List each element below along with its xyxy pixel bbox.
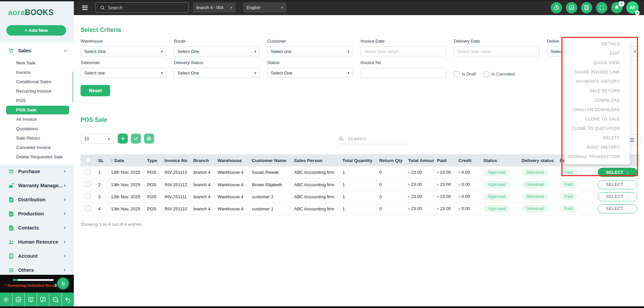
row-checkbox[interactable]	[85, 169, 91, 175]
row-select-button[interactable]: SELECT↓	[598, 192, 637, 201]
cell-sl: 4	[95, 203, 108, 215]
route-select[interactable]: Select One▾	[174, 46, 260, 56]
menu-item-quick-view[interactable]: QUICK VIEW	[564, 58, 630, 67]
salesman-select[interactable]: Select one▾	[81, 68, 166, 78]
warehouse-select[interactable]: Select One▾	[81, 46, 166, 56]
status-select[interactable]: Select One▾	[267, 68, 353, 78]
menu-item-download[interactable]: DOWNLOAD	[564, 96, 630, 105]
top-edge-strip	[0, 0, 644, 1]
cell-date: 13th Nov, 2025	[108, 203, 144, 215]
sidebar-section-distribution[interactable]: Distribution	[0, 193, 74, 207]
calculator-button[interactable]	[581, 2, 592, 13]
menu-item-edit[interactable]: EDIT	[564, 49, 630, 58]
menu-item-journal-transaction[interactable]: JOURNAL TRANSACTION	[564, 152, 630, 161]
checkbox-is-canceled[interactable]: Is Canceled	[484, 71, 515, 77]
menu-item-challan-download[interactable]: CHALLAN DOWNLOAD	[564, 105, 630, 114]
sidebar-section-contacts[interactable]: Contacts	[0, 221, 74, 235]
invoice-date-input[interactable]	[360, 46, 446, 56]
cell-warehouse: Warehouse 4	[215, 178, 249, 191]
sidebar-item-delete-requested-sale[interactable]: Delete Requested Sale	[0, 152, 74, 162]
sidebar-item-all-invoice[interactable]: All Invoice	[0, 115, 74, 124]
row-select-button[interactable]: SELECT↓	[598, 180, 637, 189]
chart-tile-button[interactable]	[12, 293, 24, 306]
sidebar-item-pos-sale[interactable]: POS Sale	[6, 106, 69, 114]
add-new-button[interactable]: + Add New	[6, 25, 66, 36]
print-button[interactable]	[144, 134, 154, 144]
scan-button[interactable]	[596, 2, 607, 13]
sidebar-section-production[interactable]: Production	[0, 207, 74, 221]
menu-item-sale-return[interactable]: SALE RETURN	[564, 86, 630, 96]
sidebar-section-account[interactable]: Account	[0, 249, 74, 263]
row-select-button[interactable]: SELECT↓	[598, 204, 637, 213]
reports-button[interactable]	[566, 2, 577, 13]
invoice-no-input[interactable]	[360, 68, 446, 78]
checkbox-is-draft[interactable]: Is Draft	[454, 71, 476, 77]
row-select-button[interactable]: SELECT↓	[598, 168, 637, 177]
sidebar-item-sale-return[interactable]: Sale Return	[0, 134, 74, 143]
chevron-right-icon	[63, 212, 67, 216]
menu-item-share-invoice-link[interactable]: SHARE INVOICE LINK	[564, 67, 630, 77]
global-search-input[interactable]	[107, 5, 188, 11]
language-selector[interactable]: English ▾	[243, 2, 286, 13]
sidebar-scrollbar[interactable]	[72, 71, 73, 102]
is-draft-checkbox[interactable]	[454, 71, 459, 77]
select-value: Select One	[178, 70, 199, 75]
chat-tile-button[interactable]	[49, 293, 61, 306]
cell-date: 13th Nov, 2025	[108, 166, 144, 178]
payment-status-badge: Paid	[560, 205, 577, 212]
row-checkbox[interactable]	[85, 205, 91, 211]
sidebar-item-new-sale[interactable]: New Sale	[0, 58, 74, 68]
sidebar-item-quotations[interactable]: Quotations	[0, 124, 74, 134]
cell-warehouse: Warehouse 4	[215, 166, 249, 178]
sidebar-section-human-resource[interactable]: Human Resource	[0, 235, 74, 249]
cell-delivery-status: Delivered	[519, 178, 557, 191]
menu-item-clone-to-quotation[interactable]: CLONE TO QUOTATION	[564, 124, 630, 133]
plus-icon	[120, 136, 126, 141]
preferences-button[interactable]	[56, 277, 70, 290]
notifications-button[interactable]: 4	[611, 2, 623, 13]
filter-invoice-no: Invoice No	[360, 60, 446, 78]
hamburger-menu-icon[interactable]	[81, 4, 89, 11]
add-sale-button[interactable]	[118, 134, 128, 144]
sidebar-section-warranty-manage[interactable]: Warranty Manage...	[0, 178, 74, 193]
book-tile-button[interactable]	[25, 293, 37, 306]
page-size-select[interactable]: 10 ▾	[81, 134, 113, 144]
cell-invoice-no: INV-251110	[162, 203, 191, 215]
sidebar-item-conditional-sales[interactable]: Conditional Sales	[0, 77, 74, 87]
approve-button[interactable]	[131, 134, 141, 144]
row-checkbox[interactable]	[85, 193, 91, 199]
menu-item-clone-to-sale[interactable]: CLONE TO SALE	[564, 114, 630, 124]
undo-icon	[64, 296, 71, 303]
sidebar-item-pos[interactable]: POS	[0, 96, 74, 105]
chevron-right-icon	[63, 184, 67, 188]
table-search-input[interactable]	[347, 137, 398, 141]
select-value: Select One	[271, 70, 292, 75]
delivery-status-select[interactable]: Select One▾	[174, 68, 260, 78]
delivery-date-input[interactable]	[454, 46, 540, 56]
menu-item-delete[interactable]: DELETE	[564, 133, 630, 143]
sidebar-section-sales[interactable]: Sales	[0, 44, 74, 57]
col-header-date[interactable]: ↑ Date	[108, 154, 144, 166]
menu-item-details[interactable]: DETAILS	[564, 39, 630, 49]
reset-button[interactable]: Reset	[81, 85, 110, 96]
undo-tile-button[interactable]	[62, 293, 74, 306]
people-icon	[8, 239, 14, 245]
is-canceled-checkbox[interactable]	[484, 71, 489, 77]
row-checkbox[interactable]	[85, 181, 91, 187]
help-tile-button[interactable]	[37, 293, 49, 306]
menu-item-payments-history[interactable]: PAYMENTS HISTORY	[564, 77, 630, 86]
time-tracker-button[interactable]	[551, 2, 562, 13]
cell-invoice-no: INV-251113	[162, 166, 191, 178]
user-avatar[interactable]: AF	[626, 1, 639, 14]
menu-item-audit-history[interactable]: AUDIT HISTORY	[564, 143, 630, 152]
chevron-right-icon	[63, 226, 67, 230]
select-all-checkbox[interactable]	[85, 157, 91, 163]
sidebar-section-label: Human Resource	[18, 239, 63, 245]
sidebar-item-canceled-invoice[interactable]: Canceled Invoice	[0, 143, 74, 152]
sidebar-section-purchase[interactable]: Purchase	[0, 164, 74, 178]
sidebar-item-recurring-invoice[interactable]: Recurring Invoice	[0, 87, 74, 96]
branch-selector[interactable]: branch 4 - 004 ▾	[193, 2, 236, 13]
sidebar-item-invoice[interactable]: Invoice	[0, 68, 74, 77]
gear-tile-button[interactable]	[0, 293, 12, 306]
customer-select[interactable]: Select one▾	[267, 46, 353, 56]
